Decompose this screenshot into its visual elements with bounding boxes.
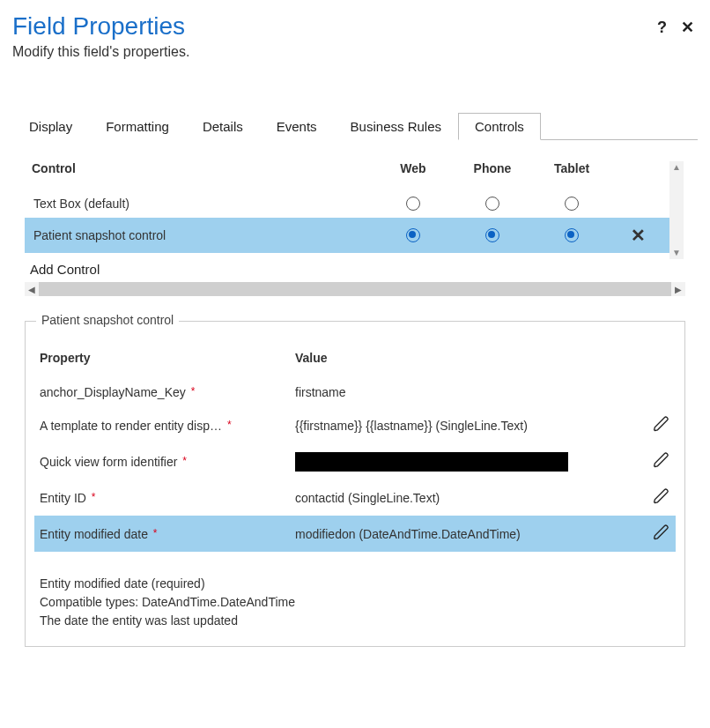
property-name: Entity ID * (40, 491, 295, 505)
property-name: A template to render entity disp… * (40, 419, 295, 433)
edit-icon[interactable] (653, 457, 670, 472)
col-web: Web (373, 161, 453, 175)
edit-icon[interactable] (653, 421, 670, 435)
required-asterisk-icon: * (92, 491, 96, 503)
radio-button[interactable] (406, 228, 420, 242)
radio-button[interactable] (406, 197, 420, 211)
tab-events[interactable]: Events (260, 113, 334, 140)
dialog-title: Field Properties (12, 12, 657, 41)
property-value (295, 452, 630, 472)
property-row[interactable]: Quick view form identifier * (34, 443, 676, 479)
desc-line-1: Entity modified date (required) (40, 575, 676, 593)
property-name: anchor_DisplayName_Key * (40, 385, 295, 399)
control-name: Text Box (default) (32, 197, 373, 211)
scroll-down-icon[interactable]: ▼ (672, 247, 681, 259)
property-value: firstname (295, 385, 630, 399)
group-legend: Patient snapshot control (36, 313, 179, 327)
tab-strip: DisplayFormattingDetailsEventsBusiness R… (12, 113, 698, 140)
property-value: {{firstname}} {{lastname}} (SingleLine.T… (295, 419, 630, 433)
required-asterisk-icon: * (153, 527, 158, 539)
desc-line-3: The date the entity was last updated (40, 612, 676, 630)
horizontal-scrollbar[interactable]: ◀ ▶ (25, 282, 685, 296)
edit-icon[interactable] (653, 530, 670, 544)
col-property: Property (40, 351, 295, 365)
dialog-subtitle: Modify this field's properties. (12, 44, 657, 60)
col-value: Value (295, 351, 630, 365)
property-row[interactable]: Entity modified date *modifiedon (DateAn… (34, 516, 676, 552)
required-asterisk-icon: * (191, 385, 196, 397)
scroll-left-icon[interactable]: ◀ (25, 282, 39, 296)
property-name: Quick view form identifier * (40, 455, 295, 469)
property-row[interactable]: A template to render entity disp… *{{fir… (34, 407, 676, 443)
tab-controls[interactable]: Controls (458, 113, 541, 140)
property-value: contactid (SingleLine.Text) (295, 491, 630, 505)
property-row[interactable]: anchor_DisplayName_Key *firstname (34, 377, 676, 407)
edit-icon[interactable] (653, 494, 670, 508)
control-properties-group: Patient snapshot control Property Value … (25, 321, 685, 647)
col-control: Control (32, 161, 373, 175)
property-value: modifiedon (DateAndTime.DateAndTime) (295, 527, 630, 541)
desc-line-2: Compatible types: DateAndTime.DateAndTim… (40, 593, 676, 612)
property-row[interactable]: Entity ID *contactid (SingleLine.Text) (34, 479, 676, 516)
property-name: Entity modified date * (40, 527, 295, 541)
control-row[interactable]: Patient snapshot control✕ (25, 218, 671, 253)
required-asterisk-icon: * (227, 419, 232, 431)
col-phone: Phone (453, 161, 532, 175)
control-name: Patient snapshot control (32, 228, 373, 242)
radio-button[interactable] (565, 228, 579, 242)
scroll-up-icon[interactable]: ▲ (672, 161, 681, 174)
col-tablet: Tablet (532, 161, 611, 175)
control-row[interactable]: Text Box (default) (25, 189, 671, 218)
tab-formatting[interactable]: Formatting (89, 113, 186, 140)
required-asterisk-icon: * (182, 455, 187, 467)
redacted-value (295, 452, 568, 472)
scroll-right-icon[interactable]: ▶ (671, 282, 685, 296)
help-icon[interactable]: ? (657, 19, 667, 35)
radio-button[interactable] (485, 228, 499, 242)
controls-table: Control Web Phone Tablet Text Box (defau… (25, 158, 671, 279)
tab-display[interactable]: Display (12, 113, 89, 140)
add-control-link[interactable]: Add Control (25, 253, 671, 279)
radio-button[interactable] (565, 197, 579, 211)
tab-details[interactable]: Details (186, 113, 260, 140)
tab-business-rules[interactable]: Business Rules (334, 113, 458, 140)
close-icon[interactable]: ✕ (681, 19, 694, 35)
radio-button[interactable] (485, 197, 499, 211)
remove-control-icon[interactable]: ✕ (611, 225, 664, 246)
vertical-scrollbar[interactable]: ▲ ▼ (669, 161, 684, 259)
